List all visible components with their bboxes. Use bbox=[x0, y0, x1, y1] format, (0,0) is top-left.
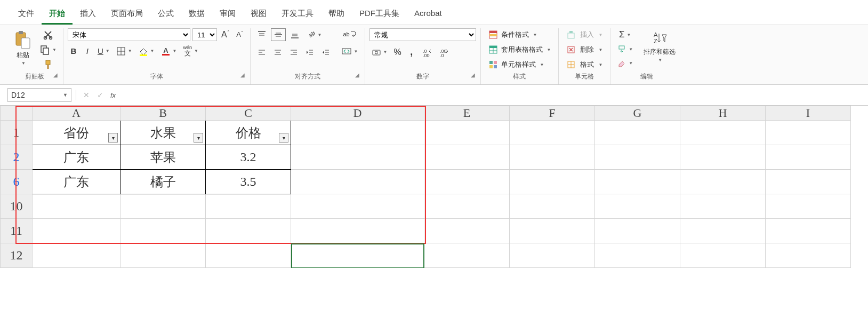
align-right-button[interactable] bbox=[287, 46, 301, 58]
format-cells-button[interactable]: 格式 ▼ bbox=[563, 58, 606, 71]
filter-dropdown-icon[interactable]: ▾ bbox=[108, 133, 118, 143]
wrap-text-button[interactable]: ab bbox=[339, 28, 360, 40]
cut-button[interactable] bbox=[37, 28, 59, 41]
orientation-button[interactable]: ab▼ bbox=[304, 29, 324, 41]
dialog-launcher-icon[interactable]: ◢ bbox=[471, 72, 475, 78]
row-header-12[interactable]: 12 bbox=[1, 243, 33, 268]
col-header-I[interactable]: I bbox=[766, 106, 851, 121]
cell-H11[interactable] bbox=[680, 219, 766, 243]
borders-button[interactable]: ▼ bbox=[114, 45, 134, 57]
cell-E10[interactable] bbox=[424, 194, 510, 219]
cell-I10[interactable] bbox=[766, 194, 851, 219]
paste-button[interactable]: 粘贴 ▼ bbox=[11, 28, 35, 68]
tab-insert[interactable]: 插入 bbox=[73, 4, 103, 25]
cell-H6[interactable] bbox=[680, 170, 766, 194]
cell-D1[interactable] bbox=[291, 121, 424, 145]
cell-I6[interactable] bbox=[766, 170, 851, 194]
tab-review[interactable]: 审阅 bbox=[212, 4, 243, 25]
col-header-C[interactable]: C bbox=[206, 106, 291, 121]
cell-G12[interactable] bbox=[595, 243, 680, 268]
cell-G2[interactable] bbox=[595, 145, 680, 170]
merge-center-button[interactable]: ▼ bbox=[339, 45, 360, 57]
cell-I1[interactable] bbox=[766, 121, 851, 145]
increase-font-button[interactable]: A˄ bbox=[219, 29, 232, 41]
increase-indent-button[interactable] bbox=[319, 46, 333, 58]
cell-H12[interactable] bbox=[680, 243, 766, 268]
row-header-11[interactable]: 11 bbox=[1, 219, 33, 243]
percent-button[interactable]: % bbox=[391, 46, 403, 58]
fx-icon[interactable]: fx bbox=[108, 91, 118, 99]
cell-A12[interactable] bbox=[33, 243, 120, 268]
cell-E11[interactable] bbox=[424, 219, 510, 243]
cell-C2[interactable]: 3.2 bbox=[206, 145, 291, 170]
decrease-font-button[interactable]: A˅ bbox=[234, 29, 246, 41]
increase-decimal-button[interactable]: .0.00 bbox=[420, 46, 435, 58]
row-header-6[interactable]: 6 bbox=[1, 170, 33, 194]
tab-page-layout[interactable]: 页面布局 bbox=[103, 4, 150, 25]
col-header-H[interactable]: H bbox=[680, 106, 766, 121]
cell-D10[interactable] bbox=[291, 194, 424, 219]
cell-B2[interactable]: 苹果 bbox=[120, 145, 206, 170]
col-header-G[interactable]: G bbox=[595, 106, 680, 121]
cell-C10[interactable] bbox=[206, 194, 291, 219]
format-as-table-button[interactable]: 套用表格格式 ▼ bbox=[485, 43, 554, 56]
cell-C12[interactable] bbox=[206, 243, 291, 268]
copy-button[interactable]: ▼ bbox=[37, 43, 59, 56]
cell-B12[interactable] bbox=[120, 243, 206, 268]
cell-G10[interactable] bbox=[595, 194, 680, 219]
col-header-A[interactable]: A bbox=[33, 106, 120, 121]
font-name-select[interactable]: 宋体 bbox=[68, 28, 190, 41]
font-size-select[interactable]: 11 bbox=[192, 28, 217, 41]
col-header-E[interactable]: E bbox=[424, 106, 510, 121]
filter-dropdown-icon[interactable]: ▾ bbox=[279, 133, 288, 143]
cell-styles-button[interactable]: 单元格样式 ▼ bbox=[485, 58, 548, 71]
cell-I2[interactable] bbox=[766, 145, 851, 170]
font-color-button[interactable]: A ▼ bbox=[159, 45, 179, 57]
cancel-formula-button[interactable]: ✕ bbox=[81, 89, 92, 101]
cell-E2[interactable] bbox=[424, 145, 510, 170]
enter-formula-button[interactable]: ✓ bbox=[94, 89, 106, 101]
cell-D2[interactable] bbox=[291, 145, 424, 170]
align-top-button[interactable] bbox=[255, 29, 269, 41]
row-header-1[interactable]: 1 bbox=[1, 121, 33, 145]
align-left-button[interactable] bbox=[255, 46, 269, 58]
cell-A6[interactable]: 广东 bbox=[33, 170, 120, 194]
cell-E12[interactable] bbox=[424, 243, 510, 268]
tab-data[interactable]: 数据 bbox=[181, 4, 212, 25]
delete-cells-button[interactable]: 删除 ▼ bbox=[563, 43, 606, 56]
cell-G1[interactable] bbox=[595, 121, 680, 145]
phonetic-guide-button[interactable]: wén文 ▼ bbox=[181, 44, 200, 58]
cell-F2[interactable] bbox=[510, 145, 595, 170]
cell-H10[interactable] bbox=[680, 194, 766, 219]
bold-button[interactable]: B bbox=[68, 45, 79, 57]
cell-F6[interactable] bbox=[510, 170, 595, 194]
sort-filter-button[interactable]: AZ 排序和筛选 ▼ bbox=[640, 28, 679, 65]
insert-cells-button[interactable]: 插入 ▼ bbox=[563, 28, 606, 41]
filter-dropdown-icon[interactable]: ▾ bbox=[194, 133, 203, 143]
select-all-corner[interactable] bbox=[1, 106, 33, 121]
fill-color-button[interactable]: ▼ bbox=[136, 45, 157, 57]
align-middle-button[interactable] bbox=[271, 28, 286, 41]
col-header-F[interactable]: F bbox=[510, 106, 595, 121]
align-bottom-button[interactable] bbox=[288, 29, 302, 41]
tab-pdf-tools[interactable]: PDF工具集 bbox=[352, 4, 407, 25]
cell-D12[interactable] bbox=[291, 243, 424, 268]
col-header-B[interactable]: B bbox=[120, 106, 206, 121]
cell-F12[interactable] bbox=[510, 243, 595, 268]
cell-B11[interactable] bbox=[120, 219, 206, 243]
cell-A11[interactable] bbox=[33, 219, 120, 243]
cell-H2[interactable] bbox=[680, 145, 766, 170]
cell-G11[interactable] bbox=[595, 219, 680, 243]
cell-F10[interactable] bbox=[510, 194, 595, 219]
cell-B6[interactable]: 橘子 bbox=[120, 170, 206, 194]
comma-style-button[interactable]: , bbox=[406, 45, 417, 59]
cell-B10[interactable] bbox=[120, 194, 206, 219]
autosum-button[interactable]: Σ▼ bbox=[615, 28, 635, 41]
cell-C6[interactable]: 3.5 bbox=[206, 170, 291, 194]
cell-D6[interactable] bbox=[291, 170, 424, 194]
cell-I12[interactable] bbox=[766, 243, 851, 268]
cell-C11[interactable] bbox=[206, 219, 291, 243]
decrease-decimal-button[interactable]: .00.0 bbox=[437, 46, 452, 58]
name-box[interactable]: D12 ▼ bbox=[7, 88, 71, 102]
tab-acrobat[interactable]: Acrobat bbox=[407, 4, 449, 25]
